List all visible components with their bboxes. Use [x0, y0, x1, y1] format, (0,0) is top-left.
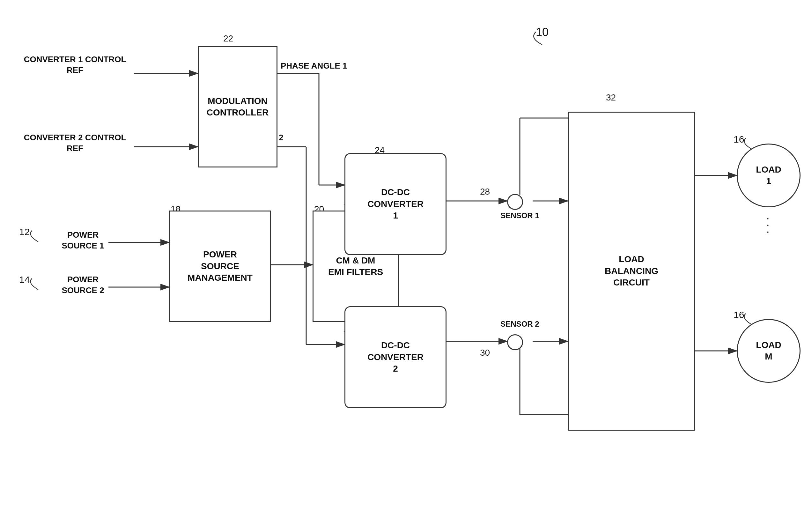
diagram: 10 CONVERTER 1 CONTROL REF CONVERTER 2 C… — [0, 0, 812, 526]
dc-dc-converter2-block: DC-DCCONVERTER2 — [345, 306, 447, 408]
load-dots: ··· — [756, 217, 781, 237]
sensor2-label: SENSOR 2 — [494, 319, 546, 329]
load-m-block: LOADM — [737, 319, 800, 383]
ref-32: 32 — [606, 93, 616, 103]
ref-22: 22 — [223, 33, 233, 44]
power-source2-label: POWERSOURCE 2 — [42, 274, 125, 296]
ref-30: 30 — [480, 348, 490, 358]
phase-angle1-label: PHASE ANGLE 1 — [281, 61, 370, 71]
power-source-management-block: POWERSOURCEMANAGEMENT — [169, 211, 271, 322]
converter2-control-ref-label: CONVERTER 2 CONTROL REF — [19, 132, 131, 154]
sensor2-circle — [507, 334, 523, 350]
ref-10-arrow — [523, 29, 549, 48]
load1-block: LOAD1 — [737, 144, 800, 207]
sensor1-label: SENSOR 1 — [494, 211, 546, 221]
modulation-controller-block: MODULATIONCONTROLLER — [198, 46, 277, 168]
converter1-control-ref-label: CONVERTER 1 CONTROL REF — [19, 54, 131, 76]
power-source1-label: POWERSOURCE 1 — [42, 230, 125, 251]
sensor1-circle — [507, 194, 523, 210]
load-balancing-circuit-block: LOADBALANCINGCIRCUIT — [568, 112, 695, 431]
ref-28: 28 — [480, 187, 490, 197]
dc-dc-converter1-block: DC-DCCONVERTER1 — [345, 153, 447, 255]
